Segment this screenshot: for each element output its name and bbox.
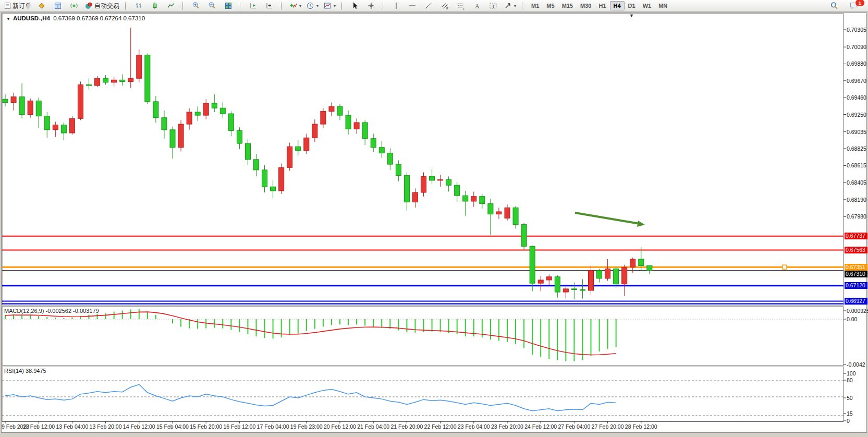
- timeframe-button-m5[interactable]: M5: [543, 1, 558, 10]
- candle-body: [538, 280, 543, 283]
- channel-button[interactable]: E: [437, 1, 453, 11]
- data-window-icon: [54, 2, 62, 10]
- horizontal-line-button[interactable]: [405, 1, 420, 11]
- time-axis-label: 27 Feb 04:00: [558, 423, 590, 430]
- time-axis-label: 28 Feb 12:00: [625, 423, 657, 430]
- candle-body: [128, 78, 133, 81]
- candle-body: [463, 196, 468, 201]
- chart-shift-marker[interactable]: ▼: [629, 13, 634, 18]
- trendline-button[interactable]: [421, 1, 436, 11]
- crosshair-button[interactable]: [363, 1, 379, 11]
- new-order-button[interactable]: 新订单: [2, 1, 33, 11]
- candle-body: [505, 208, 510, 218]
- price-axis-tick-label: 0.69880: [847, 60, 866, 67]
- auto-trading-icon: [84, 2, 93, 10]
- svg-text:E: E: [446, 7, 448, 10]
- timeframe-button-h1[interactable]: H1: [595, 1, 609, 10]
- time-axis-label: 23 Feb 04:00: [458, 423, 490, 430]
- toolbar-grip: [240, 2, 243, 10]
- chart-autoscroll-button[interactable]: [262, 1, 277, 11]
- macd-axis-tick-label: 0.00: [847, 316, 857, 322]
- candle-body: [354, 123, 359, 129]
- search-button[interactable]: [826, 1, 842, 11]
- candle-body: [605, 269, 610, 278]
- price-line-label: 0.67310: [845, 271, 867, 277]
- chart-autoscroll-icon: [265, 2, 274, 10]
- time-axis-label: 23 Feb 20:00: [491, 423, 523, 430]
- templates-button[interactable]: ▾: [321, 1, 338, 11]
- auto-trading-label: 自动交易: [94, 2, 119, 10]
- line-chart-button[interactable]: [163, 1, 179, 11]
- price-line-label: 0.67563: [845, 247, 867, 253]
- symbol-dropdown-icon[interactable]: ▼: [6, 17, 10, 21]
- navigator-button[interactable]: [66, 1, 82, 11]
- indicators-icon: [289, 2, 297, 10]
- candle-body: [36, 101, 41, 116]
- zoom-in-button[interactable]: [188, 1, 204, 11]
- candle-body: [304, 138, 309, 151]
- tile-windows-button[interactable]: [221, 1, 236, 11]
- line-selection-handle[interactable]: [783, 265, 787, 269]
- macd-axis-tick-label: 0.000925: [847, 308, 868, 314]
- candle-body: [279, 167, 284, 191]
- chart-plot-area[interactable]: [2, 14, 843, 421]
- candle-body: [53, 125, 58, 130]
- data-window-button[interactable]: [50, 1, 66, 11]
- price-line-label: 0.67120: [845, 282, 867, 289]
- time-axis-label: 10 Feb 12:00: [22, 423, 55, 430]
- timeframe-button-m30[interactable]: M30: [577, 1, 595, 10]
- cursor-button[interactable]: [347, 1, 363, 11]
- timeframe-button-m15[interactable]: M15: [558, 1, 577, 10]
- periods-button[interactable]: ▾: [304, 1, 321, 11]
- time-axis-label: 15 Feb 20:00: [190, 423, 222, 430]
- vertical-line-button[interactable]: [388, 1, 404, 11]
- time-axis-label: 13 Feb 04:00: [56, 423, 88, 430]
- candle-body: [555, 277, 560, 292]
- toolbar-grip: [182, 2, 186, 10]
- rsi-axis-tick-label: 80: [847, 377, 853, 383]
- chart-canvas: [0, 0, 868, 437]
- chart-shift-button[interactable]: [246, 1, 261, 11]
- market-watch-button[interactable]: [34, 1, 50, 11]
- candle-body: [571, 289, 577, 290]
- candle-body: [496, 212, 502, 214]
- time-axis-label: 20 Feb 12:00: [324, 423, 356, 430]
- time-axis-label: 27 Feb 20:00: [592, 423, 624, 430]
- main-toolbar: 新订单 自动交易 ▾ ▾ ▾ E F A T ▾ M1M5M15M30H1H4D…: [0, 0, 868, 12]
- timeframe-button-d1[interactable]: D1: [625, 1, 639, 10]
- arrows-button[interactable]: ▾: [502, 1, 518, 11]
- candle-body: [112, 80, 117, 82]
- candle-body: [622, 267, 627, 284]
- candle-body: [170, 130, 175, 148]
- candle-body: [546, 277, 552, 280]
- bar-chart-button[interactable]: [131, 1, 146, 11]
- fibonacci-button[interactable]: F: [453, 1, 469, 11]
- new-order-label: 新订单: [13, 2, 31, 10]
- notifications-button[interactable]: 1: [846, 1, 862, 11]
- timeframe-button-w1[interactable]: W1: [639, 1, 655, 10]
- price-axis-tick-label: 0.68615: [847, 162, 866, 168]
- candle-body: [589, 270, 594, 290]
- time-axis-label: 17 Feb 04:00: [257, 423, 289, 430]
- timeframe-button-m1[interactable]: M1: [528, 1, 543, 10]
- candle-body: [580, 289, 585, 290]
- zoom-out-button[interactable]: [204, 1, 220, 11]
- candle-body: [563, 289, 568, 292]
- text-button[interactable]: A: [469, 1, 485, 11]
- candle-body: [312, 124, 317, 138]
- price-axis-tick-label: 0.69670: [847, 78, 866, 84]
- candlestick-chart-button[interactable]: [147, 1, 163, 11]
- text-label-button[interactable]: T: [485, 1, 501, 11]
- candle-body: [387, 153, 393, 165]
- tile-windows-icon: [224, 2, 233, 10]
- timeframe-button-mn[interactable]: MN: [655, 1, 671, 10]
- price-line-label: 0.66927: [845, 298, 867, 305]
- rsi-axis-tick-label: 100: [847, 370, 856, 377]
- candle-body: [69, 118, 75, 133]
- auto-trading-button[interactable]: 自动交易: [82, 1, 121, 11]
- price-axis-tick-label: 0.69250: [847, 112, 866, 118]
- candle-body: [11, 97, 16, 103]
- indicators-button[interactable]: ▾: [287, 1, 303, 11]
- timeframe-button-h4[interactable]: H4: [610, 1, 625, 10]
- toolbar-grip: [341, 2, 345, 10]
